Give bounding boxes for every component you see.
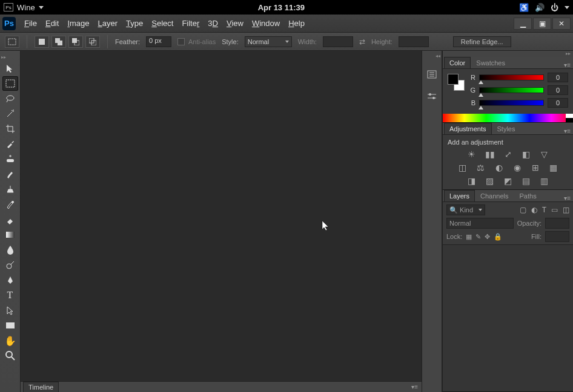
pen-tool[interactable] (2, 273, 18, 287)
menu-file[interactable]: File (24, 19, 37, 28)
type-tool[interactable]: T (2, 288, 18, 302)
blur-tool[interactable] (2, 243, 18, 257)
rectangle-tool[interactable] (2, 318, 18, 333)
lock-all-icon[interactable]: 🔒 (494, 233, 502, 241)
chevron-down-icon[interactable] (565, 6, 569, 9)
panel-grip-icon[interactable]: ▸▸ (0, 53, 20, 60)
levels-icon[interactable]: ▮▮ (485, 149, 495, 159)
move-tool[interactable] (2, 61, 18, 76)
empty-canvas[interactable] (21, 51, 422, 381)
hand-tool[interactable]: ✋ (2, 333, 18, 348)
window-close-button[interactable]: ✕ (552, 18, 571, 30)
zoom-tool[interactable] (2, 348, 18, 363)
photo-filter-icon[interactable]: ◉ (512, 163, 523, 172)
clone-stamp-tool[interactable] (2, 182, 18, 197)
g-value-input[interactable]: 0 (548, 85, 568, 95)
g-slider[interactable] (479, 87, 544, 93)
brightness-contrast-icon[interactable]: ☀ (466, 149, 477, 159)
menu-help[interactable]: Help (288, 19, 305, 28)
tab-paths[interactable]: Paths (514, 190, 542, 201)
lasso-tool[interactable] (2, 91, 18, 106)
fill-input[interactable] (545, 231, 569, 242)
style-select[interactable]: Normal (245, 36, 292, 47)
panel-menu-icon[interactable]: ▾≡ (564, 62, 571, 68)
volume-icon[interactable]: 🔊 (535, 3, 545, 12)
panel-grip-icon[interactable]: ▸▸ (443, 51, 573, 57)
color-balance-icon[interactable]: ⚖ (475, 163, 486, 172)
magic-wand-tool[interactable] (2, 106, 18, 121)
panel-grip-icon[interactable]: ◂◂ (422, 53, 442, 59)
power-icon[interactable]: ⏻ (551, 3, 558, 12)
rectangular-marquee-tool[interactable] (2, 76, 18, 91)
eraser-tool[interactable] (2, 212, 18, 227)
tool-preset-picker[interactable] (5, 36, 19, 48)
selection-new-button[interactable] (35, 36, 49, 48)
threshold-icon[interactable]: ◩ (503, 176, 514, 186)
menu-image[interactable]: Image (67, 19, 89, 28)
b-value-input[interactable]: 0 (548, 98, 568, 108)
history-brush-tool[interactable] (2, 197, 18, 212)
layers-list[interactable] (443, 245, 573, 391)
opacity-input[interactable] (545, 218, 569, 229)
brush-tool[interactable] (2, 167, 18, 181)
menu-view[interactable]: View (227, 19, 243, 28)
accessibility-icon[interactable]: ♿ (519, 3, 529, 12)
properties-panel-icon[interactable] (425, 90, 439, 103)
posterize-icon[interactable]: ▨ (485, 176, 495, 186)
refine-edge-button[interactable]: Refine Edge... (453, 36, 511, 47)
r-value-input[interactable]: 0 (548, 73, 568, 82)
selective-color-icon[interactable]: ▥ (539, 176, 550, 186)
foreground-background-swatch[interactable] (448, 74, 465, 91)
panel-menu-icon[interactable]: ▾≡ (564, 195, 571, 201)
tab-channels[interactable]: Channels (475, 190, 514, 201)
filter-pixel-icon[interactable]: ▢ (520, 206, 526, 214)
menu-layer[interactable]: Layer (98, 19, 118, 28)
menu-3d[interactable]: 3D (208, 19, 218, 28)
gradient-tool[interactable] (2, 227, 18, 242)
invert-icon[interactable]: ◨ (466, 176, 477, 186)
lock-transparency-icon[interactable]: ▦ (466, 233, 472, 241)
menu-filter[interactable]: Filter (182, 19, 199, 28)
menu-type[interactable]: Type (126, 19, 143, 28)
b-slider[interactable] (479, 100, 544, 106)
tab-layers[interactable]: Layers (444, 190, 475, 201)
crop-tool[interactable] (2, 122, 18, 136)
healing-brush-tool[interactable] (2, 152, 18, 166)
window-maximize-button[interactable]: ▣ (533, 18, 551, 30)
chevron-down-icon[interactable] (39, 6, 44, 9)
layer-filter-kind-select[interactable]: 🔍 Kind (446, 204, 485, 215)
window-minimize-button[interactable]: ▁ (514, 18, 532, 30)
lock-pixels-icon[interactable]: ✎ (475, 233, 481, 241)
lock-position-icon[interactable]: ✥ (485, 233, 490, 241)
selection-intersect-button[interactable] (85, 36, 100, 48)
r-slider[interactable] (479, 74, 544, 80)
filter-type-icon[interactable]: T (542, 206, 546, 214)
menu-window[interactable]: Window (252, 19, 280, 28)
panel-menu-icon[interactable]: ▾≡ (411, 384, 418, 390)
menu-edit[interactable]: Edit (45, 19, 59, 28)
eyedropper-tool[interactable] (2, 137, 18, 151)
tab-swatches[interactable]: Swatches (471, 57, 511, 68)
feather-input[interactable]: 0 px (146, 36, 171, 47)
exposure-icon[interactable]: ◧ (521, 149, 532, 159)
color-spectrum[interactable] (443, 114, 573, 122)
blend-mode-select[interactable]: Normal (446, 218, 514, 229)
tab-color[interactable]: Color (444, 57, 471, 68)
tab-adjustments[interactable]: Adjustments (444, 123, 492, 134)
selection-subtract-button[interactable] (68, 36, 83, 48)
gradient-map-icon[interactable]: ▤ (521, 176, 532, 186)
path-selection-tool[interactable] (2, 303, 18, 318)
filter-shape-icon[interactable]: ▭ (551, 206, 558, 214)
tab-timeline[interactable]: Timeline (23, 382, 59, 392)
os-app-menu[interactable]: Wine (17, 3, 35, 12)
selection-add-button[interactable] (51, 36, 66, 48)
channel-mixer-icon[interactable]: ⊞ (530, 163, 541, 172)
vibrance-icon[interactable]: ▽ (539, 149, 550, 159)
tab-styles[interactable]: Styles (492, 123, 521, 134)
hue-saturation-icon[interactable]: ◫ (457, 163, 468, 172)
dodge-tool[interactable] (2, 258, 18, 272)
black-white-icon[interactable]: ◐ (494, 163, 505, 172)
menu-select[interactable]: Select (151, 19, 173, 28)
color-lookup-icon[interactable]: ▦ (548, 163, 559, 172)
panel-menu-icon[interactable]: ▾≡ (564, 128, 571, 134)
